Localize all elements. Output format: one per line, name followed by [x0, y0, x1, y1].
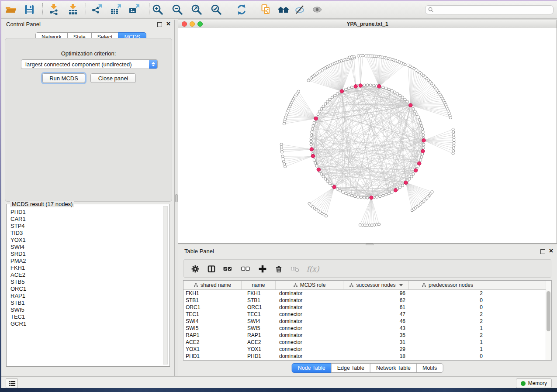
- network-node[interactable]: [378, 223, 381, 226]
- tab-node-table[interactable]: Node Table: [292, 363, 332, 373]
- network-node[interactable]: [282, 158, 284, 160]
- table-scrollbar[interactable]: [546, 281, 551, 360]
- table-settings-button[interactable]: [190, 264, 200, 274]
- network-node[interactable]: [281, 155, 284, 158]
- network-node[interactable]: [453, 136, 455, 139]
- birdseye-view-button[interactable]: [311, 3, 324, 16]
- network-node[interactable]: [422, 143, 425, 146]
- network-node[interactable]: [310, 140, 312, 143]
- add-column-button[interactable]: [258, 264, 267, 274]
- network-node[interactable]: [356, 196, 359, 198]
- mcds-hub-node[interactable]: [310, 148, 313, 151]
- network-node[interactable]: [333, 94, 336, 97]
- network-node[interactable]: [387, 88, 390, 91]
- network-node[interactable]: [310, 143, 312, 146]
- table-row[interactable]: ORC1ORC1dominator610: [183, 304, 551, 311]
- network-node[interactable]: [345, 88, 347, 91]
- mcds-hub-node[interactable]: [332, 185, 336, 189]
- network-node[interactable]: [420, 124, 423, 127]
- network-node[interactable]: [320, 107, 323, 110]
- result-node[interactable]: PHD1: [10, 209, 163, 216]
- network-node[interactable]: [417, 116, 419, 118]
- refresh-layout-button[interactable]: [235, 3, 248, 16]
- result-node[interactable]: SWI5: [10, 306, 163, 313]
- network-node[interactable]: [452, 152, 454, 155]
- table-row[interactable]: TEC1TEC1connector472: [183, 311, 551, 318]
- network-node[interactable]: [324, 178, 327, 180]
- deselect-all-button[interactable]: [241, 264, 250, 274]
- close-panel-icon[interactable]: ✕: [166, 21, 171, 27]
- network-node[interactable]: [401, 184, 404, 187]
- import-network-button[interactable]: [48, 3, 60, 16]
- network-node[interactable]: [376, 196, 378, 198]
- network-node[interactable]: [322, 175, 325, 178]
- network-node[interactable]: [318, 110, 321, 113]
- float-panel-icon[interactable]: [157, 22, 162, 27]
- network-node[interactable]: [452, 134, 455, 136]
- network-node[interactable]: [311, 131, 313, 133]
- mcds-hub-node[interactable]: [359, 84, 362, 87]
- mcds-hub-node[interactable]: [404, 181, 408, 184]
- network-node[interactable]: [339, 189, 342, 192]
- close-panel-icon[interactable]: ✕: [549, 248, 554, 254]
- result-node[interactable]: TID3: [10, 230, 163, 237]
- import-table-button[interactable]: [67, 3, 79, 16]
- network-node[interactable]: [422, 134, 425, 137]
- export-network-button[interactable]: [90, 3, 103, 16]
- network-node[interactable]: [353, 195, 356, 198]
- column-header-shared-name[interactable]: shared name: [183, 281, 242, 289]
- toggle-graphics-details-button[interactable]: [294, 3, 306, 16]
- mcds-hub-node[interactable]: [422, 139, 426, 142]
- network-node[interactable]: [357, 55, 360, 57]
- network-node[interactable]: [415, 113, 418, 116]
- network-node[interactable]: [336, 93, 339, 95]
- network-node[interactable]: [283, 122, 285, 125]
- network-node[interactable]: [366, 196, 369, 199]
- network-node[interactable]: [410, 175, 413, 178]
- result-node[interactable]: SWI4: [10, 244, 163, 251]
- network-node[interactable]: [431, 191, 433, 193]
- save-session-button[interactable]: [23, 3, 35, 16]
- export-table-button[interactable]: [110, 3, 122, 16]
- network-node[interactable]: [320, 173, 323, 175]
- search-input[interactable]: [436, 7, 550, 14]
- network-node[interactable]: [453, 139, 455, 141]
- close-panel-button[interactable]: Close panel: [90, 73, 136, 83]
- network-node[interactable]: [312, 124, 315, 127]
- table-row[interactable]: ACE2ACE2connector311: [183, 339, 551, 346]
- network-node[interactable]: [387, 192, 390, 195]
- network-node[interactable]: [399, 186, 401, 189]
- network-node[interactable]: [372, 84, 375, 87]
- mcds-hub-node[interactable]: [340, 89, 343, 93]
- sort-chevron-icon[interactable]: [399, 284, 403, 286]
- mcds-hub-node[interactable]: [394, 189, 397, 192]
- tab-edge-table[interactable]: Edge Table: [331, 363, 370, 373]
- network-node[interactable]: [391, 89, 393, 92]
- network-node[interactable]: [348, 56, 351, 58]
- network-node[interactable]: [313, 159, 315, 162]
- delete-button[interactable]: [274, 264, 284, 274]
- network-node[interactable]: [345, 192, 347, 195]
- vertical-splitter[interactable]: [175, 20, 178, 376]
- result-node[interactable]: FKH1: [10, 265, 163, 272]
- network-node[interactable]: [382, 194, 384, 197]
- network-node[interactable]: [408, 178, 411, 180]
- mcds-result-list[interactable]: PHD1CAR1STP4TID3YOX1SWI4SRD1PMA2FKH1ACE2…: [8, 209, 163, 364]
- mcds-hub-node[interactable]: [317, 168, 320, 171]
- network-node[interactable]: [326, 180, 329, 182]
- zoom-fit-button[interactable]: [190, 3, 203, 16]
- tab-network-table[interactable]: Network Table: [370, 363, 417, 373]
- tab-motifs[interactable]: Motifs: [416, 363, 443, 373]
- result-node[interactable]: GCR1: [10, 320, 163, 327]
- memory-button[interactable]: Memory: [516, 378, 552, 388]
- clone-network-button[interactable]: [260, 3, 272, 16]
- network-node[interactable]: [379, 195, 381, 198]
- network-canvas[interactable]: [178, 28, 557, 243]
- zoom-in-button[interactable]: [152, 3, 164, 16]
- mcds-hub-node[interactable]: [409, 103, 412, 107]
- network-node[interactable]: [365, 55, 367, 57]
- network-node[interactable]: [366, 84, 369, 86]
- mcds-hub-node[interactable]: [311, 154, 315, 158]
- network-node[interactable]: [317, 113, 319, 116]
- network-node[interactable]: [363, 84, 366, 86]
